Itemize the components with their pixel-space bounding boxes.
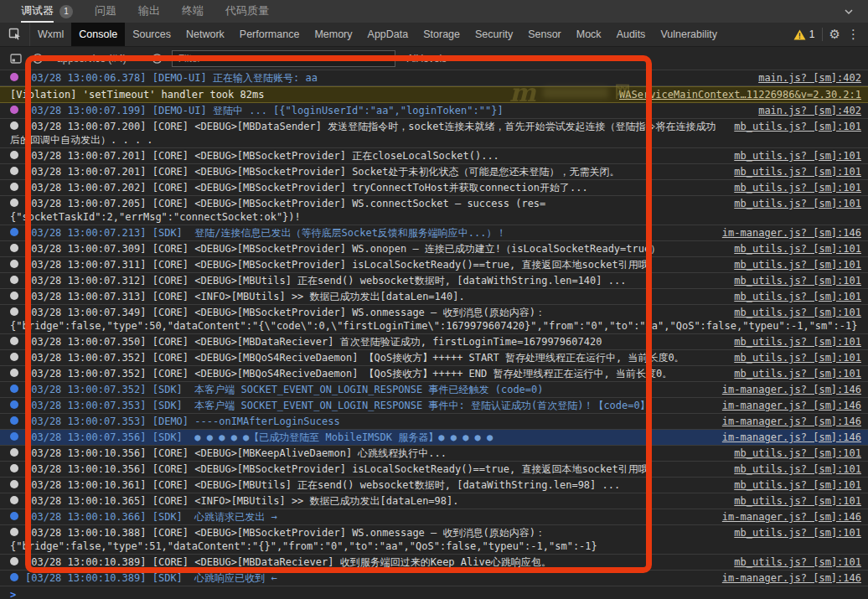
source-link[interactable]: mb_utils.js? [sm]:101	[734, 181, 861, 194]
source-link[interactable]: mb_utils.js? [sm]:101	[734, 274, 861, 287]
execution-context-label: appservice (#4)	[57, 53, 127, 65]
source-link[interactable]: im-manager.js? [sm]:146	[722, 383, 861, 396]
source-link[interactable]: mb_utils.js? [sm]:101	[734, 197, 861, 210]
source-link[interactable]: mb_utils.js? [sm]:101	[734, 555, 861, 569]
console-log-entry: im-manager.js? [sm]:146[03/28 13:00:07.3…	[0, 414, 868, 430]
log-entries: main.js? [sm]:402[03/28 13:00:06.378] [D…	[0, 70, 868, 586]
chevron-down-icon[interactable]	[843, 6, 855, 18]
log-message: [03/28 13:00:10.366] [SDK] 心跳请求已发出 →	[25, 511, 277, 523]
source-link[interactable]: im-manager.js? [sm]:146	[722, 415, 861, 428]
source-link[interactable]: mb_utils.js? [sm]:101	[734, 258, 861, 271]
tab-audits[interactable]: Audits	[609, 23, 654, 46]
tab-performance[interactable]: Performance	[232, 23, 307, 46]
source-link[interactable]: mb_utils.js? [sm]:101	[734, 351, 861, 364]
tab-mock[interactable]: Mock	[569, 23, 609, 46]
settings-gear-icon[interactable]: ⚙	[829, 27, 840, 42]
source-link[interactable]: mb_utils.js? [sm]:101	[734, 494, 861, 508]
log-message: [03/28 13:00:07.349] [CORE] <DEBUG>[MBSo…	[10, 307, 857, 332]
source-link[interactable]: mb_utils.js? [sm]:101	[734, 478, 861, 492]
source-link[interactable]: mb_utils.js? [sm]:101	[734, 367, 861, 380]
source-link[interactable]: mb_utils.js? [sm]:101	[734, 242, 861, 256]
source-link[interactable]: im-manager.js? [sm]:146	[722, 510, 861, 524]
console-log-entry: mb_utils.js? [sm]:101[03/28 13:00:10.388…	[0, 525, 868, 555]
console-violation-entry: WAServiceMainContext…11226986&v=2.30.2:1…	[0, 86, 868, 103]
tab-network[interactable]: Network	[178, 23, 232, 46]
console-log-entry: mb_utils.js? [sm]:101[03/28 13:00:10.361…	[0, 478, 868, 493]
source-link[interactable]: mb_utils.js? [sm]:101	[734, 290, 861, 303]
source-link[interactable]: main.js? [sm]:402	[758, 104, 861, 117]
warnings-indicator[interactable]: 1	[793, 28, 815, 40]
log-message: [03/28 13:00:10.365] [CORE] <INFO>[MBUti…	[25, 495, 458, 507]
tab-console[interactable]: Console	[71, 23, 125, 46]
console-log-entry: im-manager.js? [sm]:146[03/28 13:00:07.3…	[0, 398, 868, 414]
source-link[interactable]: im-manager.js? [sm]:146	[722, 571, 861, 585]
log-message: [Violation] 'setTimeout' handler took 82…	[10, 89, 264, 101]
source-link[interactable]: mb_utils.js? [sm]:101	[734, 149, 861, 163]
console-log-entry: im-manager.js? [sm]:146[03/28 13:00:10.3…	[0, 509, 868, 525]
tab-memory[interactable]: Memory	[307, 23, 359, 46]
log-color-dot	[10, 260, 18, 268]
console-log-entry: mb_utils.js? [sm]:101[03/28 13:00:07.312…	[0, 273, 868, 289]
source-link[interactable]: mb_utils.js? [sm]:101	[734, 462, 861, 476]
top-tab-label: 调试器	[21, 0, 54, 23]
log-message: [03/28 13:00:07.201] [CORE] <DEBUG>[MBSo…	[25, 166, 619, 178]
console-log-entry: im-manager.js? [sm]:146[03/28 13:00:07.3…	[0, 382, 868, 398]
log-color-dot	[10, 276, 18, 284]
log-levels-selector[interactable]: All levels	[407, 53, 458, 65]
log-color-dot	[10, 228, 18, 236]
source-link[interactable]: mb_utils.js? [sm]:101	[734, 120, 861, 133]
console-log-entry: mb_utils.js? [sm]:101[03/28 13:00:07.201…	[0, 164, 868, 180]
source-link[interactable]: im-manager.js? [sm]:146	[722, 399, 861, 412]
console-log-entry: mb_utils.js? [sm]:101[03/28 13:00:07.350…	[0, 334, 868, 350]
source-link[interactable]: im-manager.js? [sm]:146	[722, 226, 861, 240]
log-visibility-eye-icon[interactable]	[150, 51, 165, 66]
source-link[interactable]: mb_utils.js? [sm]:101	[734, 306, 861, 319]
source-link[interactable]: mb_utils.js? [sm]:101	[734, 447, 861, 460]
execution-context-selector[interactable]: appservice (#4)	[52, 53, 143, 65]
tab-vulnerability[interactable]: Vulnerability	[653, 23, 725, 46]
clear-console-icon[interactable]	[30, 51, 45, 66]
more-menu-icon[interactable]: ⋮	[847, 27, 860, 42]
top-tab-label: 问题	[95, 0, 116, 23]
tab-appdata[interactable]: AppData	[360, 23, 416, 46]
top-tab-issues[interactable]: 问题	[84, 0, 127, 23]
top-tab-code-quality[interactable]: 代码质量	[214, 0, 280, 23]
log-color-dot	[10, 307, 18, 316]
source-link[interactable]: im-manager.js? [sm]:146	[722, 431, 861, 444]
chevron-down-icon	[452, 56, 458, 60]
log-color-dot	[10, 292, 18, 300]
log-message: [03/28 13:00:07.352] [CORE] <DEBUG>[MBQo…	[25, 352, 685, 364]
filter-input[interactable]	[172, 50, 395, 67]
source-link[interactable]: WAServiceMainContext…11226986&v=2.30.2:1	[619, 88, 861, 101]
console-log-entry: mb_utils.js? [sm]:101[03/28 13:00:10.356…	[0, 446, 868, 462]
console-log-entry: mb_utils.js? [sm]:101[03/28 13:00:07.352…	[0, 366, 868, 382]
source-link[interactable]: mb_utils.js? [sm]:101	[734, 165, 861, 178]
tab-sources[interactable]: Sources	[125, 23, 178, 46]
tab-storage[interactable]: Storage	[416, 23, 468, 46]
log-message: [03/28 13:00:07.205] [CORE] <DEBUG>[MBSo…	[10, 198, 545, 223]
inspect-element-button[interactable]	[0, 23, 30, 46]
tab-sensor[interactable]: Sensor	[520, 23, 569, 46]
console-sidebar-icon[interactable]	[8, 51, 23, 66]
log-message: [03/28 13:00:07.199] [DEMO-UI] 登陆中 ... […	[25, 105, 504, 116]
console-prompt[interactable]: >	[0, 586, 868, 599]
log-message: [03/28 13:00:07.353] [DEMO] ----onIMAfte…	[25, 416, 340, 427]
console-log-entry: mb_utils.js? [sm]:101[03/28 13:00:07.200…	[0, 119, 868, 148]
top-tab-debugger[interactable]: 调试器1	[10, 0, 84, 23]
source-link[interactable]: mb_utils.js? [sm]:101	[734, 526, 861, 540]
log-message: [03/28 13:00:07.312] [CORE] <DEBUG>[MBUt…	[25, 275, 626, 287]
source-link[interactable]: mb_utils.js? [sm]:101	[734, 335, 861, 349]
log-color-dot	[10, 106, 18, 114]
console-log-entry: mb_utils.js? [sm]:101[03/28 13:00:10.389…	[0, 555, 868, 571]
log-color-dot	[10, 416, 18, 425]
log-message: [03/28 13:00:07.213] [SDK] 登陆/连接信息已发出（等待…	[25, 227, 507, 239]
tab-security[interactable]: Security	[468, 23, 520, 46]
log-message: [03/28 13:00:07.309] [CORE] <DEBUG>[MBSo…	[25, 243, 660, 255]
top-tab-terminal[interactable]: 终端	[171, 0, 214, 23]
top-tab-output[interactable]: 输出	[127, 0, 171, 23]
tab-wxml[interactable]: Wxml	[30, 23, 71, 46]
log-message: [03/28 13:00:10.361] [CORE] <DEBUG>[MBUt…	[25, 479, 620, 491]
log-message: [03/28 13:00:07.311] [CORE] <DEBUG>[MBSo…	[25, 259, 659, 271]
source-link[interactable]: main.js? [sm]:402	[758, 71, 861, 85]
console-log-entry: mb_utils.js? [sm]:101[03/28 13:00:07.352…	[0, 350, 868, 366]
